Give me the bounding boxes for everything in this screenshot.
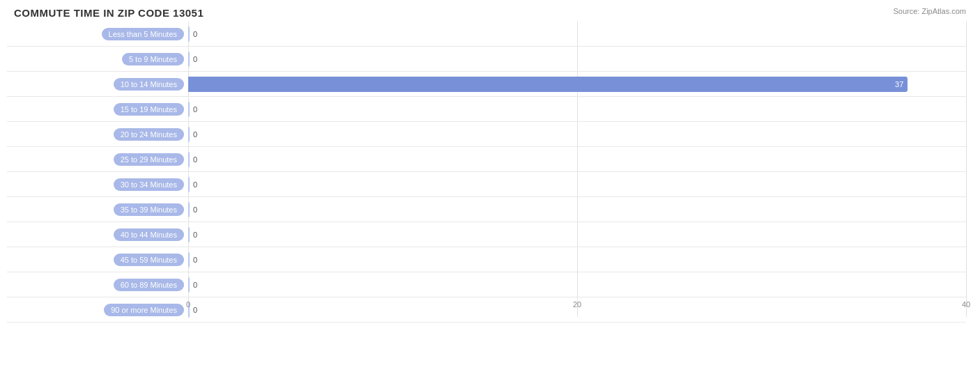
bar-row: 10 to 14 Minutes37 (7, 72, 966, 97)
bar-label: 40 to 44 Minutes (7, 228, 188, 241)
bar-value: 0 (193, 205, 197, 214)
bar-row: 40 to 44 Minutes0 (7, 222, 966, 247)
bar-row: 25 to 29 Minutes0 (7, 147, 966, 172)
bar-track: 0 (188, 147, 966, 171)
bar-value: 0 (193, 30, 197, 38)
bar-fill (188, 252, 190, 267)
bar-fill (188, 26, 190, 42)
label-pill: Less than 5 Minutes (102, 28, 184, 40)
bar-value: 0 (193, 155, 197, 164)
label-pill: 5 to 9 Minutes (122, 53, 184, 65)
bar-fill (188, 102, 190, 117)
bar-track: 0 (188, 97, 966, 121)
bar-label: 60 to 89 Minutes (7, 279, 188, 291)
bar-track: 0 (188, 172, 966, 196)
chart-title: COMMUTE TIME IN ZIP CODE 13051 (7, 7, 966, 19)
bar-row: 35 to 39 Minutes0 (7, 197, 966, 222)
bars-area: Less than 5 Minutes05 to 9 Minutes010 to… (7, 22, 966, 317)
bar-fill (188, 202, 190, 217)
label-pill: 20 to 24 Minutes (114, 128, 184, 141)
bar-label: Less than 5 Minutes (7, 28, 188, 40)
bar-value: 0 (193, 105, 197, 114)
bar-fill (188, 152, 190, 167)
bar-row: 5 to 9 Minutes0 (7, 47, 966, 72)
bar-row: 15 to 19 Minutes0 (7, 97, 966, 122)
bar-track: 0 (188, 122, 966, 146)
bar-label: 90 or more Minutes (7, 304, 188, 316)
label-pill: 10 to 14 Minutes (114, 78, 184, 91)
bar-row: 30 to 34 Minutes0 (7, 172, 966, 197)
x-axis: 02040 (188, 300, 966, 317)
bar-label: 15 to 19 Minutes (7, 103, 188, 116)
bar-fill (188, 277, 190, 293)
bar-label: 5 to 9 Minutes (7, 53, 188, 65)
bar-fill (188, 52, 190, 67)
bar-track: 0 (188, 247, 966, 272)
bar-row: 60 to 89 Minutes0 (7, 272, 966, 297)
x-tick: 40 (962, 300, 970, 309)
bar-track: 0 (188, 197, 966, 222)
label-pill: 30 to 34 Minutes (114, 178, 184, 191)
label-pill: 35 to 39 Minutes (114, 203, 184, 216)
bar-label: 45 to 59 Minutes (7, 254, 188, 266)
label-pill: 40 to 44 Minutes (114, 228, 184, 241)
bar-label: 20 to 24 Minutes (7, 128, 188, 141)
label-pill: 90 or more Minutes (104, 304, 184, 316)
grid-line (966, 22, 967, 317)
chart-container: COMMUTE TIME IN ZIP CODE 13051 Source: Z… (0, 0, 980, 365)
bar-label: 25 to 29 Minutes (7, 153, 188, 166)
bar-track: 0 (188, 222, 966, 247)
label-pill: 45 to 59 Minutes (114, 254, 184, 266)
label-pill: 15 to 19 Minutes (114, 103, 184, 116)
bar-track: 0 (188, 22, 966, 46)
x-tick: 20 (573, 300, 581, 309)
bar-label: 35 to 39 Minutes (7, 203, 188, 216)
bar-track: 0 (188, 47, 966, 71)
bar-label: 10 to 14 Minutes (7, 78, 188, 91)
bar-value: 0 (193, 130, 197, 139)
bar-value: 0 (193, 231, 197, 239)
bar-track: 0 (188, 272, 966, 297)
bar-value: 0 (193, 55, 197, 63)
bar-fill (188, 227, 190, 242)
bar-value: 0 (193, 256, 197, 264)
source-text: Source: ZipAtlas.com (893, 7, 966, 15)
bar-row: 45 to 59 Minutes0 (7, 247, 966, 272)
bar-fill (188, 127, 190, 142)
bar-fill (188, 177, 190, 192)
bar-value: 37 (895, 80, 903, 88)
label-pill: 25 to 29 Minutes (114, 153, 184, 166)
bar-value: 0 (193, 180, 197, 189)
bar-value: 0 (193, 281, 197, 289)
bar-fill: 37 (188, 77, 908, 92)
bar-label: 30 to 34 Minutes (7, 178, 188, 191)
bar-track: 37 (188, 72, 966, 96)
bar-row: Less than 5 Minutes0 (7, 22, 966, 47)
bar-row: 20 to 24 Minutes0 (7, 122, 966, 147)
label-pill: 60 to 89 Minutes (114, 279, 184, 291)
